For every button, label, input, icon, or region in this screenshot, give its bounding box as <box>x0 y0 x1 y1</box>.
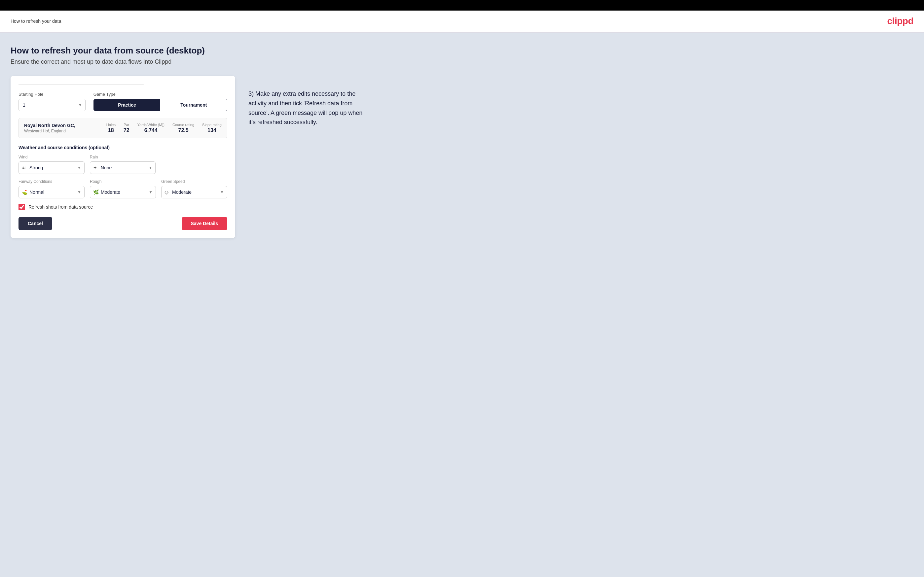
action-buttons: Cancel Save Details <box>18 217 227 230</box>
top-bar <box>0 0 924 11</box>
course-rating-value: 72.5 <box>173 127 194 133</box>
yards-stat: Yards/White (M)) 6,744 <box>137 123 165 133</box>
starting-hole-wrapper: 1 2 10 ▼ <box>18 99 86 111</box>
empty-slot <box>161 155 227 174</box>
rough-select[interactable]: Moderate Light Heavy <box>90 186 156 198</box>
game-type-group: Game Type Practice Tournament <box>94 92 227 111</box>
header: How to refresh your data clippd <box>0 11 924 32</box>
rain-select-wrapper: ✦ None Light Heavy ▼ <box>90 161 156 174</box>
form-panel: Starting Hole 1 2 10 ▼ Game Type Practic… <box>11 76 235 238</box>
wind-rain-row: Wind ≋ Strong None Light Moderate ▼ Rain <box>18 155 227 174</box>
yards-label: Yards/White (M)) <box>137 123 165 127</box>
course-location: Westward Ho!, England <box>24 129 101 133</box>
holes-value: 18 <box>107 127 116 133</box>
refresh-checkbox-row: Refresh shots from data source <box>18 204 227 210</box>
fairway-select[interactable]: Normal Soft Hard <box>18 186 84 198</box>
practice-button[interactable]: Practice <box>94 99 160 111</box>
rain-group: Rain ✦ None Light Heavy ▼ <box>90 155 156 174</box>
fairway-label: Fairway Conditions <box>18 179 84 184</box>
fairway-rough-green-row: Fairway Conditions ⛳ Normal Soft Hard ▼ … <box>18 179 227 198</box>
green-speed-select[interactable]: Moderate Slow Fast <box>161 186 227 198</box>
page-title: How to refresh your data from source (de… <box>11 45 913 56</box>
par-label: Par <box>124 123 129 127</box>
game-type-buttons: Practice Tournament <box>94 99 227 111</box>
game-type-label: Game Type <box>94 92 227 97</box>
refresh-checkbox[interactable] <box>18 204 25 210</box>
fairway-select-wrapper: ⛳ Normal Soft Hard ▼ <box>18 186 84 198</box>
header-title: How to refresh your data <box>11 18 61 24</box>
refresh-checkbox-label[interactable]: Refresh shots from data source <box>28 204 93 210</box>
rough-select-wrapper: 🌿 Moderate Light Heavy ▼ <box>90 186 156 198</box>
side-info: 3) Make any extra edits necessary to the… <box>249 76 367 127</box>
fairway-group: Fairway Conditions ⛳ Normal Soft Hard ▼ <box>18 179 84 198</box>
holes-label: Holes <box>107 123 116 127</box>
slope-rating-value: 134 <box>202 127 222 133</box>
green-speed-label: Green Speed <box>161 179 227 184</box>
starting-hole-group: Starting Hole 1 2 10 ▼ <box>18 92 86 111</box>
course-rating-label: Course rating <box>173 123 194 127</box>
wind-label: Wind <box>18 155 84 160</box>
rain-label: Rain <box>90 155 156 160</box>
conditions-section-title: Weather and course conditions (optional) <box>18 145 227 150</box>
rough-group: Rough 🌿 Moderate Light Heavy ▼ <box>90 179 156 198</box>
top-partial-indicator <box>18 84 144 85</box>
rain-select[interactable]: None Light Heavy <box>90 161 156 174</box>
course-rating-stat: Course rating 72.5 <box>173 123 194 133</box>
course-stats: Holes 18 Par 72 Yards/White (M)) 6,744 C… <box>107 123 222 133</box>
green-speed-select-wrapper: ◎ Moderate Slow Fast ▼ <box>161 186 227 198</box>
starting-hole-select[interactable]: 1 2 10 <box>18 99 86 111</box>
wind-select[interactable]: Strong None Light Moderate <box>18 161 84 174</box>
save-button[interactable]: Save Details <box>182 217 228 230</box>
course-info-box: Royal North Devon GC, Westward Ho!, Engl… <box>18 118 227 138</box>
course-name-block: Royal North Devon GC, Westward Ho!, Engl… <box>24 123 101 133</box>
main-content: How to refresh your data from source (de… <box>0 32 924 577</box>
course-name: Royal North Devon GC, <box>24 123 101 128</box>
wind-select-wrapper: ≋ Strong None Light Moderate ▼ <box>18 161 84 174</box>
starting-game-row: Starting Hole 1 2 10 ▼ Game Type Practic… <box>18 92 227 111</box>
yards-value: 6,744 <box>137 127 165 133</box>
slope-rating-stat: Slope rating 134 <box>202 123 222 133</box>
slope-rating-label: Slope rating <box>202 123 222 127</box>
cancel-button[interactable]: Cancel <box>18 217 52 230</box>
par-value: 72 <box>124 127 129 133</box>
logo: clippd <box>887 16 913 26</box>
par-stat: Par 72 <box>124 123 129 133</box>
side-info-text: 3) Make any extra edits necessary to the… <box>249 89 367 127</box>
rough-label: Rough <box>90 179 156 184</box>
wind-group: Wind ≋ Strong None Light Moderate ▼ <box>18 155 84 174</box>
tournament-button[interactable]: Tournament <box>160 99 227 111</box>
page-subtitle: Ensure the correct and most up to date d… <box>11 58 913 65</box>
starting-hole-label: Starting Hole <box>18 92 86 97</box>
content-row: Starting Hole 1 2 10 ▼ Game Type Practic… <box>11 76 913 238</box>
green-speed-group: Green Speed ◎ Moderate Slow Fast ▼ <box>161 179 227 198</box>
holes-stat: Holes 18 <box>107 123 116 133</box>
